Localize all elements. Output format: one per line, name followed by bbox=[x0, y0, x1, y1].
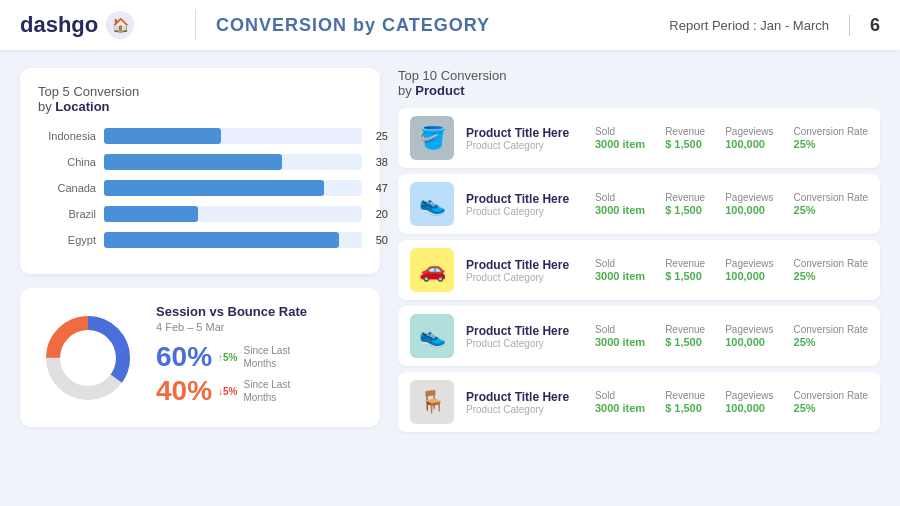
bar-label: China bbox=[38, 156, 96, 168]
bar-chart: Indonesia 25 China 38 Canada 47 Brazil 2… bbox=[38, 128, 362, 248]
product-list: 🪣 Product Title Here Product Category So… bbox=[398, 108, 880, 432]
donut-date: 4 Feb – 5 Mar bbox=[156, 321, 362, 333]
stat-badge-down: ↓5% bbox=[218, 386, 237, 397]
stat-sold: Sold 3000 item bbox=[595, 324, 645, 348]
product-name: Product Title Here bbox=[466, 324, 583, 338]
logo-area: dashgo 🏠 bbox=[20, 11, 175, 39]
donut-chart bbox=[38, 308, 138, 408]
stat-conversion-rate: Conversion Rate 25% bbox=[794, 126, 868, 150]
product-stats: Sold 3000 item Revenue $ 1,500 Pageviews… bbox=[595, 324, 868, 348]
bar-row: Brazil 20 bbox=[38, 206, 362, 222]
product-thumbnail: 🪣 bbox=[410, 116, 454, 160]
stat-label-1: Since LastMonths bbox=[244, 344, 291, 370]
bar-fill bbox=[104, 154, 282, 170]
right-panel: Top 10 Conversion by Product 🪣 Product T… bbox=[398, 68, 880, 488]
product-category: Product Category bbox=[466, 206, 583, 217]
bar-value: 25 bbox=[376, 130, 388, 142]
product-category: Product Category bbox=[466, 140, 583, 151]
stat-pct-orange: 40% bbox=[156, 377, 212, 405]
stat-row-1: 60% ↑5% Since LastMonths bbox=[156, 343, 362, 371]
product-thumbnail: 👟 bbox=[410, 314, 454, 358]
product-stats: Sold 3000 item Revenue $ 1,500 Pageviews… bbox=[595, 258, 868, 282]
product-info: Product Title Here Product Category bbox=[466, 258, 583, 283]
header-divider bbox=[195, 10, 196, 40]
bar-track: 25 bbox=[104, 128, 362, 144]
product-category: Product Category bbox=[466, 272, 583, 283]
product-name: Product Title Here bbox=[466, 258, 583, 272]
product-name: Product Title Here bbox=[466, 126, 583, 140]
stat-label-2: Since LastMonths bbox=[244, 378, 291, 404]
product-thumbnail: 🪑 bbox=[410, 380, 454, 424]
product-row: 👟 Product Title Here Product Category So… bbox=[398, 174, 880, 234]
stat-revenue: Revenue $ 1,500 bbox=[665, 126, 705, 150]
donut-card: Session vs Bounce Rate 4 Feb – 5 Mar 60%… bbox=[20, 288, 380, 427]
stat-sold: Sold 3000 item bbox=[595, 126, 645, 150]
bar-chart-card: Top 5 Conversion by Location Indonesia 2… bbox=[20, 68, 380, 274]
stat-sold: Sold 3000 item bbox=[595, 390, 645, 414]
bar-fill bbox=[104, 128, 221, 144]
bar-track: 38 bbox=[104, 154, 362, 170]
product-category: Product Category bbox=[466, 404, 583, 415]
product-row: 🚗 Product Title Here Product Category So… bbox=[398, 240, 880, 300]
bar-row: Indonesia 25 bbox=[38, 128, 362, 144]
stat-revenue: Revenue $ 1,500 bbox=[665, 258, 705, 282]
product-thumbnail: 🚗 bbox=[410, 248, 454, 292]
product-row: 👟 Product Title Here Product Category So… bbox=[398, 306, 880, 366]
page-title: CONVERSION by CATEGORY bbox=[216, 15, 669, 36]
donut-info: Session vs Bounce Rate 4 Feb – 5 Mar 60%… bbox=[156, 304, 362, 411]
bar-track: 50 bbox=[104, 232, 362, 248]
product-row: 🪣 Product Title Here Product Category So… bbox=[398, 108, 880, 168]
product-row: 🪑 Product Title Here Product Category So… bbox=[398, 372, 880, 432]
stat-badge-up: ↑5% bbox=[218, 352, 237, 363]
stat-conversion-rate: Conversion Rate 25% bbox=[794, 192, 868, 216]
product-stats: Sold 3000 item Revenue $ 1,500 Pageviews… bbox=[595, 192, 868, 216]
report-period: Report Period : Jan - March bbox=[669, 18, 829, 33]
bar-value: 47 bbox=[376, 182, 388, 194]
bar-value: 20 bbox=[376, 208, 388, 220]
stat-conversion-rate: Conversion Rate 25% bbox=[794, 390, 868, 414]
bar-row: Canada 47 bbox=[38, 180, 362, 196]
bar-fill bbox=[104, 232, 339, 248]
stat-revenue: Revenue $ 1,500 bbox=[665, 390, 705, 414]
bar-fill bbox=[104, 206, 198, 222]
main-content: Top 5 Conversion by Location Indonesia 2… bbox=[0, 50, 900, 506]
product-info: Product Title Here Product Category bbox=[466, 192, 583, 217]
product-category: Product Category bbox=[466, 338, 583, 349]
stat-pageviews: Pageviews 100,000 bbox=[725, 192, 773, 216]
bar-value: 38 bbox=[376, 156, 388, 168]
logo-text: dashgo bbox=[20, 12, 98, 38]
stat-revenue: Revenue $ 1,500 bbox=[665, 192, 705, 216]
stat-sold: Sold 3000 item bbox=[595, 192, 645, 216]
products-section-title: Top 10 Conversion by Product bbox=[398, 68, 880, 98]
stat-pageviews: Pageviews 100,000 bbox=[725, 126, 773, 150]
bar-row: Egypt 50 bbox=[38, 232, 362, 248]
stat-pct-blue: 60% bbox=[156, 343, 212, 371]
product-name: Product Title Here bbox=[466, 390, 583, 404]
stat-revenue: Revenue $ 1,500 bbox=[665, 324, 705, 348]
bar-track: 47 bbox=[104, 180, 362, 196]
bar-label: Canada bbox=[38, 182, 96, 194]
stat-conversion-rate: Conversion Rate 25% bbox=[794, 258, 868, 282]
product-name: Product Title Here bbox=[466, 192, 583, 206]
bar-fill bbox=[104, 180, 324, 196]
stat-pageviews: Pageviews 100,000 bbox=[725, 258, 773, 282]
logo-icon: 🏠 bbox=[106, 11, 134, 39]
stat-conversion-rate: Conversion Rate 25% bbox=[794, 324, 868, 348]
bar-track: 20 bbox=[104, 206, 362, 222]
stat-row-2: 40% ↓5% Since LastMonths bbox=[156, 377, 362, 405]
product-info: Product Title Here Product Category bbox=[466, 390, 583, 415]
bar-value: 50 bbox=[376, 234, 388, 246]
product-stats: Sold 3000 item Revenue $ 1,500 Pageviews… bbox=[595, 390, 868, 414]
bar-chart-title: Top 5 Conversion by Location bbox=[38, 84, 362, 114]
bar-row: China 38 bbox=[38, 154, 362, 170]
donut-title: Session vs Bounce Rate bbox=[156, 304, 362, 319]
left-panel: Top 5 Conversion by Location Indonesia 2… bbox=[20, 68, 380, 488]
stat-pageviews: Pageviews 100,000 bbox=[725, 390, 773, 414]
product-info: Product Title Here Product Category bbox=[466, 324, 583, 349]
product-stats: Sold 3000 item Revenue $ 1,500 Pageviews… bbox=[595, 126, 868, 150]
stat-pageviews: Pageviews 100,000 bbox=[725, 324, 773, 348]
page-number: 6 bbox=[849, 15, 880, 36]
product-thumbnail: 👟 bbox=[410, 182, 454, 226]
stat-sold: Sold 3000 item bbox=[595, 258, 645, 282]
bar-label: Egypt bbox=[38, 234, 96, 246]
